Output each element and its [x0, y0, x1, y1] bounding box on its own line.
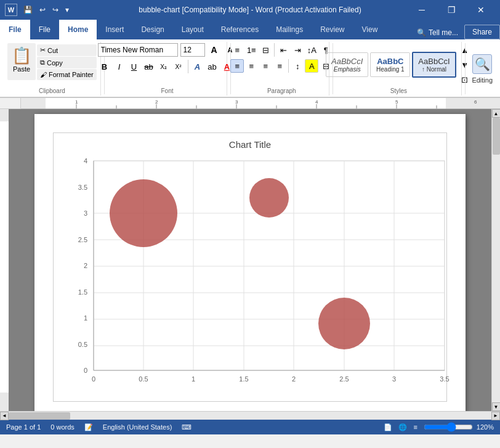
align-center-button[interactable]: ≡: [244, 59, 258, 73]
v-ruler-svg: [0, 109, 9, 411]
tab-file[interactable]: File: [0, 20, 30, 39]
tab-home[interactable]: Home: [59, 20, 97, 39]
view-print-icon[interactable]: 📄: [384, 423, 392, 431]
scroll-thumb[interactable]: [493, 118, 500, 155]
h-scroll-track: [9, 412, 491, 420]
sort-button[interactable]: ↕A: [305, 43, 318, 57]
page-scroll-area[interactable]: Chart Title: [9, 109, 491, 411]
cut-label: Cut: [47, 47, 58, 54]
svg-text:1: 1: [75, 99, 78, 105]
font-size-input[interactable]: [180, 43, 205, 57]
ruler-corner: [0, 98, 21, 109]
decrease-indent-button[interactable]: ⇤: [276, 43, 290, 57]
save-button[interactable]: 💾: [21, 4, 35, 15]
shading-button[interactable]: A: [305, 59, 318, 73]
tab-file-btn[interactable]: File: [30, 20, 59, 39]
svg-text:0: 0: [92, 375, 95, 383]
italic-button[interactable]: I: [113, 60, 126, 73]
superscript-button[interactable]: X²: [172, 60, 185, 73]
svg-text:6: 6: [474, 99, 477, 105]
share-button[interactable]: Share: [464, 25, 500, 39]
tab-review[interactable]: Review: [312, 20, 353, 39]
tab-design[interactable]: Design: [132, 20, 172, 39]
undo-button[interactable]: ↩: [37, 4, 48, 15]
bullets-button[interactable]: ≡: [230, 43, 244, 57]
tab-references[interactable]: References: [212, 20, 267, 39]
svg-text:1: 1: [192, 375, 195, 383]
subscript-button[interactable]: X₂: [157, 60, 171, 73]
document-page: Chart Title: [34, 114, 466, 411]
copy-label: Copy: [47, 59, 63, 67]
increase-font-button[interactable]: A: [208, 43, 221, 57]
increase-indent-button[interactable]: ⇥: [291, 43, 304, 57]
font-selector-row: A A: [98, 43, 237, 57]
horizontal-ruler: 1 2 3 4 5 6: [21, 98, 500, 109]
maximize-button[interactable]: ❐: [437, 0, 466, 20]
scroll-down-button[interactable]: ▼: [492, 402, 501, 411]
scroll-up-button[interactable]: ▲: [492, 109, 501, 118]
view-outline-icon[interactable]: ≡: [413, 423, 417, 431]
svg-text:4: 4: [84, 157, 87, 165]
align-left-button[interactable]: ≡: [230, 59, 244, 73]
text-effects-button[interactable]: A: [191, 60, 204, 73]
window-title: bubble-chart [Compatibility Mode] - Word…: [139, 6, 361, 14]
svg-text:3.5: 3.5: [440, 375, 449, 383]
view-web-icon[interactable]: 🌐: [398, 423, 407, 431]
vertical-ruler: [0, 109, 9, 411]
styles-group-label: Styles: [390, 88, 407, 94]
strikethrough-button[interactable]: ab: [142, 60, 156, 73]
format-painter-button[interactable]: 🖌 Format Painter: [37, 69, 97, 80]
numbering-button[interactable]: 1≡: [244, 43, 258, 57]
zoom-level: 120%: [477, 423, 494, 431]
h-scroll-thumb[interactable]: [9, 412, 70, 420]
editing-label: Editing: [472, 76, 493, 84]
tab-view[interactable]: View: [353, 20, 387, 39]
ruler-area: 1 2 3 4 5 6: [0, 98, 500, 109]
chart-title: Chart Title: [63, 139, 437, 150]
close-button[interactable]: ✕: [467, 0, 495, 20]
bold-button[interactable]: B: [98, 60, 111, 73]
justify-button[interactable]: ≡: [273, 59, 286, 73]
svg-text:5: 5: [395, 99, 398, 105]
styles-group: AaBbCcI Emphasis AaBbC Heading 1 AaBbCcI…: [336, 42, 461, 96]
align-right-button[interactable]: ≡: [259, 59, 272, 73]
paste-button[interactable]: 📋 Paste: [7, 43, 36, 80]
bubble-3: [318, 298, 370, 349]
cut-button[interactable]: ✂ Cut: [37, 44, 97, 56]
horizontal-scrollbar-row: ◄ ►: [0, 411, 500, 420]
svg-text:3.5: 3.5: [78, 184, 87, 191]
normal-name: ↑ Normal: [418, 66, 450, 73]
style-emphasis[interactable]: AaBbCcI Emphasis: [326, 52, 368, 77]
editing-icon[interactable]: 🔍: [472, 54, 492, 74]
multilevel-list-button[interactable]: ⊟: [259, 43, 272, 57]
svg-text:1.5: 1.5: [239, 375, 248, 383]
redo-button[interactable]: ↪: [50, 4, 61, 15]
tab-mailings[interactable]: Mailings: [267, 20, 312, 39]
minimize-button[interactable]: ─: [408, 0, 436, 20]
style-heading1[interactable]: AaBbC Heading 1: [370, 52, 410, 77]
chart-container: Chart Title: [53, 132, 447, 402]
font-name-input[interactable]: [98, 43, 178, 57]
tell-me-button[interactable]: 🔍 Tell me...: [411, 26, 464, 39]
font-group: A A B I U ab X₂ X² A ab A Font: [108, 42, 228, 96]
scroll-right-button[interactable]: ►: [491, 412, 500, 420]
paragraph-group-content: ≡ 1≡ ⊟ ⇤ ⇥ ↕A ¶ ≡ ≡ ≡ ≡ ↕ A ⊞: [230, 43, 333, 86]
tab-insert[interactable]: Insert: [97, 20, 132, 39]
text-highlight-button[interactable]: ab: [206, 60, 219, 73]
svg-text:3: 3: [84, 210, 87, 217]
copy-button[interactable]: ⧉ Copy: [37, 57, 97, 68]
emphasis-label: AaBbCcI: [331, 57, 363, 66]
customize-qa-button[interactable]: ▾: [63, 4, 71, 15]
svg-text:2: 2: [84, 262, 87, 269]
underline-button[interactable]: U: [127, 60, 141, 73]
status-bar: Page 1 of 1 0 words 📝 English (United St…: [0, 420, 500, 434]
svg-text:1.5: 1.5: [78, 288, 87, 296]
line-spacing-button[interactable]: ↕: [291, 59, 304, 73]
title-bar-left: W 💾 ↩ ↪ ▾: [5, 4, 71, 16]
bubble-2: [249, 178, 289, 218]
tab-layout[interactable]: Layout: [173, 20, 212, 39]
svg-text:1: 1: [84, 314, 87, 322]
zoom-slider[interactable]: [424, 424, 473, 430]
style-normal[interactable]: AaBbCcI ↑ Normal: [412, 52, 456, 78]
scroll-left-button[interactable]: ◄: [0, 412, 9, 420]
